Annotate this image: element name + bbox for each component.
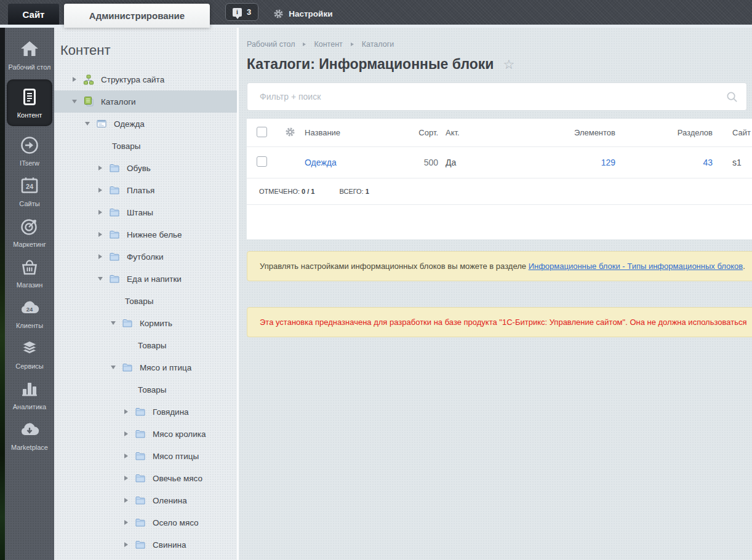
chevron-down-icon	[110, 321, 116, 325]
rail-item-marketing[interactable]: Маркетинг	[7, 216, 52, 248]
tree-item-eda-i-napitki[interactable]: Еда и напитки	[54, 268, 237, 290]
tree-item-olenina[interactable]: Оленина	[54, 489, 237, 511]
rail-item-analytics[interactable]: Аналитика	[7, 378, 52, 410]
breadcrumb-catalogs[interactable]: Каталоги	[362, 40, 394, 49]
gear-icon[interactable]	[285, 127, 295, 137]
target-icon	[19, 216, 40, 237]
rail-item-content[interactable]: Контент	[7, 79, 52, 126]
basket-icon	[19, 257, 40, 278]
pages-icon	[83, 96, 94, 107]
tree-item-myaso-i-ptitsa[interactable]: Мясо и птица	[54, 356, 237, 378]
rail-item-clients[interactable]: 24 Клиенты	[7, 297, 52, 329]
tree-item-site-structure[interactable]: Структура сайта	[54, 68, 237, 90]
row-elements-link[interactable]: 129	[601, 158, 615, 167]
tree-item-ovechye-myaso[interactable]: Овечье мясо	[54, 467, 237, 489]
row-active-value: Да	[438, 158, 538, 167]
filter-search-input[interactable]	[258, 91, 722, 102]
bar-chart-icon	[19, 378, 40, 399]
folder-icon	[109, 207, 120, 218]
rail-item-shop[interactable]: Магазин	[7, 257, 52, 289]
row-sections-link[interactable]: 43	[703, 158, 713, 167]
tree-item-myaso-krolika[interactable]: Мясо кролика	[54, 423, 237, 445]
chevron-right-icon	[123, 476, 129, 481]
col-header-site[interactable]: Сайт	[713, 128, 752, 137]
col-header-sections[interactable]: Разделов	[615, 128, 713, 137]
svg-text:24: 24	[26, 306, 33, 313]
settings-button[interactable]: Настройки	[273, 9, 332, 19]
breadcrumb-content[interactable]: Контент	[314, 40, 342, 49]
tree-item-kormit[interactable]: Кормить	[54, 312, 237, 334]
folder-icon	[135, 406, 146, 417]
folder-icon	[135, 517, 146, 528]
breadcrumb-separator-icon	[351, 42, 354, 46]
notifications-button[interactable]: i 3	[225, 3, 258, 21]
tree-title: Контент	[60, 42, 237, 58]
rail-item-itserw[interactable]: ITserw	[7, 135, 52, 167]
folder-icon	[122, 318, 133, 329]
tree-item-oselo-myaso[interactable]: Осело мясо	[54, 511, 237, 534]
tree-item-svinina[interactable]: Свинина	[54, 534, 237, 556]
tree-item-myaso-ptitsy[interactable]: Мясо птицы	[54, 445, 237, 467]
notification-count: 3	[247, 7, 251, 17]
tree-item-obuv[interactable]: Обувь	[54, 157, 237, 179]
folder-icon	[135, 450, 146, 462]
chevron-right-icon	[123, 409, 129, 414]
bullet-icon	[97, 144, 103, 148]
tab-administration[interactable]: Администрирование	[64, 4, 210, 28]
select-all-checkbox[interactable]	[257, 127, 267, 137]
chevron-right-icon	[97, 232, 103, 237]
document-icon	[19, 87, 40, 108]
col-header-sort[interactable]: Сорт.	[385, 128, 438, 137]
tree-item-odezhda[interactable]: Одежда	[54, 113, 237, 135]
col-header-active[interactable]: Акт.	[438, 128, 538, 137]
tree-item-tovary[interactable]: Товары	[54, 334, 237, 356]
row-site-value: s1	[713, 158, 752, 167]
trial-warning-text: Эта установка предназначена для разработ…	[260, 318, 747, 327]
tree-item-tovary[interactable]: Товары	[54, 290, 237, 312]
breadcrumb-desktop[interactable]: Рабочий стол	[247, 40, 295, 49]
chevron-down-icon	[71, 100, 78, 103]
checked-value: 0 / 1	[302, 188, 314, 195]
row-sort-value: 500	[385, 158, 438, 167]
rail-item-marketplace[interactable]: Marketplace	[7, 419, 52, 451]
folder-icon	[135, 539, 146, 550]
main-area: Рабочий стол Контент Каталоги Каталоги: …	[239, 28, 752, 560]
row-name-link[interactable]: Одежда	[305, 158, 337, 167]
folder-icon	[135, 428, 146, 439]
calendar-24-icon: 24	[19, 175, 40, 196]
tree-item-tovary[interactable]: Товары	[54, 135, 237, 157]
folder-icon	[135, 495, 146, 506]
total-label: ВСЕГО:	[339, 188, 363, 195]
tree-item-tovary[interactable]: Товары	[54, 378, 237, 401]
bullet-icon	[110, 299, 116, 303]
breadcrumb-separator-icon	[303, 42, 306, 46]
filter-search-bar	[247, 82, 747, 111]
chevron-right-icon	[123, 498, 129, 503]
rail-item-services[interactable]: Сервисы	[7, 338, 52, 370]
tree-item-catalogs[interactable]: Каталоги	[54, 90, 237, 113]
tree-item-platya[interactable]: Платья	[54, 179, 237, 201]
chevron-right-icon	[123, 520, 129, 525]
tree-item-govyadina[interactable]: Говядина	[54, 401, 237, 423]
col-header-name[interactable]: Название	[305, 128, 385, 137]
window-icon	[96, 118, 107, 129]
col-header-elements[interactable]: Элементов	[538, 128, 615, 137]
rail-item-desktop[interactable]: Рабочий стол	[7, 39, 52, 71]
rail-item-sites[interactable]: 24 Сайты	[7, 175, 52, 207]
cloud-download-icon	[19, 419, 40, 440]
tree-item-shtany[interactable]: Штаны	[54, 201, 237, 223]
iblock-types-link[interactable]: Информационные блоки - Типы информационн…	[529, 262, 743, 271]
tree-item-futbolki[interactable]: Футболки	[54, 246, 237, 268]
row-checkbox[interactable]	[257, 156, 267, 167]
total-value: 1	[366, 188, 369, 195]
sitemap-icon	[83, 74, 94, 85]
search-icon[interactable]	[726, 91, 738, 103]
tab-site[interactable]: Сайт	[8, 4, 59, 25]
chevron-right-icon	[123, 431, 129, 436]
top-bar: Сайт Администрирование i 3 Настройки	[0, 0, 752, 25]
folder-icon	[109, 251, 120, 262]
tree-item-nizhnee-belye[interactable]: Нижнее белье	[54, 223, 237, 246]
star-outline-icon[interactable]: ☆	[503, 58, 514, 71]
info-note-text: Управлять настройками информационных бло…	[260, 262, 529, 271]
folder-icon	[109, 273, 120, 284]
